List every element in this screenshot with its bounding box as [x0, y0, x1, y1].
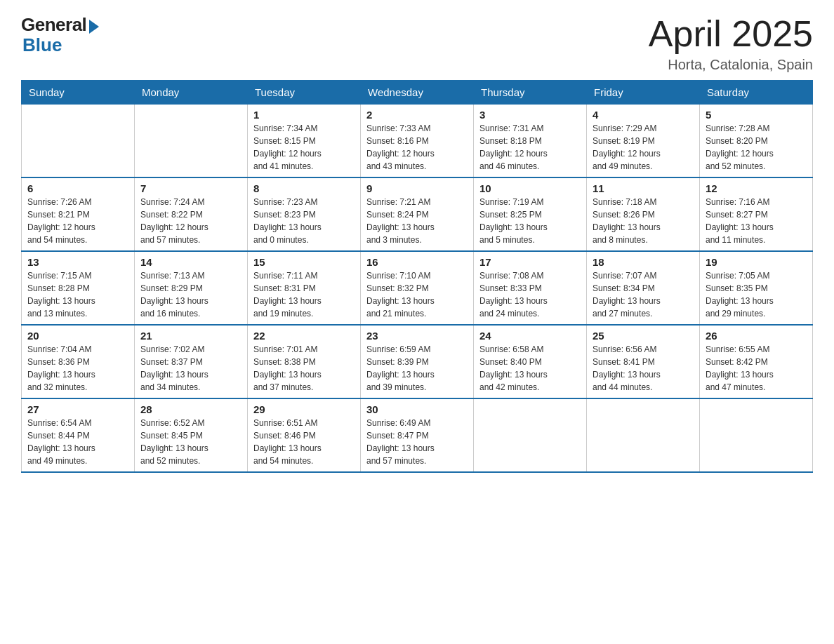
day-info: Sunrise: 7:21 AM Sunset: 8:24 PM Dayligh… — [366, 196, 468, 246]
day-cell — [587, 398, 700, 472]
day-number: 19 — [706, 256, 807, 268]
day-info: Sunrise: 7:02 AM Sunset: 8:37 PM Dayligh… — [140, 343, 241, 394]
day-info: Sunrise: 7:01 AM Sunset: 8:38 PM Dayligh… — [253, 343, 355, 394]
day-cell — [700, 398, 813, 472]
day-cell — [22, 105, 135, 178]
day-number: 20 — [27, 330, 128, 342]
day-number: 10 — [479, 182, 581, 194]
calendar-table: SundayMondayTuesdayWednesdayThursdayFrid… — [21, 80, 813, 473]
day-number: 28 — [140, 403, 241, 415]
day-info: Sunrise: 6:55 AM Sunset: 8:42 PM Dayligh… — [706, 343, 807, 394]
day-number: 21 — [140, 330, 241, 342]
header-day-thursday: Thursday — [474, 81, 587, 105]
day-number: 6 — [27, 182, 128, 194]
day-cell: 19Sunrise: 7:05 AM Sunset: 8:35 PM Dayli… — [700, 251, 813, 325]
logo-blue-text: Blue — [22, 34, 62, 56]
day-info: Sunrise: 7:23 AM Sunset: 8:23 PM Dayligh… — [253, 196, 355, 246]
logo: General Blue — [21, 14, 99, 56]
day-cell: 8Sunrise: 7:23 AM Sunset: 8:23 PM Daylig… — [248, 177, 361, 251]
day-number: 26 — [706, 330, 807, 342]
day-cell: 28Sunrise: 6:52 AM Sunset: 8:45 PM Dayli… — [135, 398, 248, 472]
day-info: Sunrise: 7:16 AM Sunset: 8:27 PM Dayligh… — [706, 196, 807, 246]
day-info: Sunrise: 7:15 AM Sunset: 8:28 PM Dayligh… — [27, 269, 128, 320]
day-number: 15 — [253, 256, 355, 268]
calendar-header: SundayMondayTuesdayWednesdayThursdayFrid… — [22, 81, 813, 105]
week-row-1: 1Sunrise: 7:34 AM Sunset: 8:15 PM Daylig… — [22, 105, 813, 178]
day-number: 9 — [366, 182, 468, 194]
day-info: Sunrise: 6:49 AM Sunset: 8:47 PM Dayligh… — [366, 417, 468, 467]
day-number: 30 — [366, 403, 468, 415]
day-number: 8 — [253, 182, 355, 194]
day-number: 23 — [366, 330, 468, 342]
day-cell: 26Sunrise: 6:55 AM Sunset: 8:42 PM Dayli… — [700, 325, 813, 398]
day-cell: 3Sunrise: 7:31 AM Sunset: 8:18 PM Daylig… — [474, 105, 587, 178]
location-text: Horta, Catalonia, Spain — [649, 57, 813, 73]
day-info: Sunrise: 7:26 AM Sunset: 8:21 PM Dayligh… — [27, 196, 128, 246]
day-cell: 11Sunrise: 7:18 AM Sunset: 8:26 PM Dayli… — [587, 177, 700, 251]
day-info: Sunrise: 6:56 AM Sunset: 8:41 PM Dayligh… — [593, 343, 694, 394]
day-number: 24 — [479, 330, 581, 342]
day-cell: 7Sunrise: 7:24 AM Sunset: 8:22 PM Daylig… — [135, 177, 248, 251]
day-cell: 4Sunrise: 7:29 AM Sunset: 8:19 PM Daylig… — [587, 105, 700, 178]
day-info: Sunrise: 6:52 AM Sunset: 8:45 PM Dayligh… — [140, 417, 241, 467]
day-info: Sunrise: 7:31 AM Sunset: 8:18 PM Dayligh… — [479, 122, 581, 173]
week-row-4: 20Sunrise: 7:04 AM Sunset: 8:36 PM Dayli… — [22, 325, 813, 398]
day-number: 13 — [27, 256, 128, 268]
header-day-saturday: Saturday — [700, 81, 813, 105]
day-number: 3 — [479, 109, 581, 121]
day-cell: 21Sunrise: 7:02 AM Sunset: 8:37 PM Dayli… — [135, 325, 248, 398]
logo-general-text: General — [21, 14, 86, 36]
day-cell: 10Sunrise: 7:19 AM Sunset: 8:25 PM Dayli… — [474, 177, 587, 251]
day-number: 29 — [253, 403, 355, 415]
logo-arrow-icon — [89, 20, 99, 34]
day-number: 11 — [593, 182, 694, 194]
day-cell: 20Sunrise: 7:04 AM Sunset: 8:36 PM Dayli… — [22, 325, 135, 398]
day-info: Sunrise: 7:13 AM Sunset: 8:29 PM Dayligh… — [140, 269, 241, 320]
day-info: Sunrise: 7:04 AM Sunset: 8:36 PM Dayligh… — [27, 343, 128, 394]
day-info: Sunrise: 6:51 AM Sunset: 8:46 PM Dayligh… — [253, 417, 355, 467]
day-info: Sunrise: 7:28 AM Sunset: 8:20 PM Dayligh… — [706, 122, 807, 173]
day-info: Sunrise: 7:18 AM Sunset: 8:26 PM Dayligh… — [593, 196, 694, 246]
day-number: 18 — [593, 256, 694, 268]
day-number: 27 — [27, 403, 128, 415]
day-info: Sunrise: 6:58 AM Sunset: 8:40 PM Dayligh… — [479, 343, 581, 394]
day-cell — [474, 398, 587, 472]
header-day-wednesday: Wednesday — [361, 81, 474, 105]
day-number: 1 — [253, 109, 355, 121]
title-block: April 2025 Horta, Catalonia, Spain — [649, 14, 813, 73]
day-info: Sunrise: 7:24 AM Sunset: 8:22 PM Dayligh… — [140, 196, 241, 246]
month-title: April 2025 — [649, 14, 813, 54]
day-info: Sunrise: 7:05 AM Sunset: 8:35 PM Dayligh… — [706, 269, 807, 320]
day-cell: 29Sunrise: 6:51 AM Sunset: 8:46 PM Dayli… — [248, 398, 361, 472]
day-info: Sunrise: 7:33 AM Sunset: 8:16 PM Dayligh… — [366, 122, 468, 173]
day-number: 17 — [479, 256, 581, 268]
day-cell: 30Sunrise: 6:49 AM Sunset: 8:47 PM Dayli… — [361, 398, 474, 472]
day-cell: 25Sunrise: 6:56 AM Sunset: 8:41 PM Dayli… — [587, 325, 700, 398]
day-cell: 24Sunrise: 6:58 AM Sunset: 8:40 PM Dayli… — [474, 325, 587, 398]
day-cell: 15Sunrise: 7:11 AM Sunset: 8:31 PM Dayli… — [248, 251, 361, 325]
day-cell: 12Sunrise: 7:16 AM Sunset: 8:27 PM Dayli… — [700, 177, 813, 251]
header-day-friday: Friday — [587, 81, 700, 105]
day-cell: 16Sunrise: 7:10 AM Sunset: 8:32 PM Dayli… — [361, 251, 474, 325]
day-info: Sunrise: 7:07 AM Sunset: 8:34 PM Dayligh… — [593, 269, 694, 320]
day-cell: 5Sunrise: 7:28 AM Sunset: 8:20 PM Daylig… — [700, 105, 813, 178]
day-number: 16 — [366, 256, 468, 268]
header-row: SundayMondayTuesdayWednesdayThursdayFrid… — [22, 81, 813, 105]
day-info: Sunrise: 7:10 AM Sunset: 8:32 PM Dayligh… — [366, 269, 468, 320]
day-number: 5 — [706, 109, 807, 121]
day-number: 12 — [706, 182, 807, 194]
calendar-body: 1Sunrise: 7:34 AM Sunset: 8:15 PM Daylig… — [22, 105, 813, 473]
day-info: Sunrise: 6:54 AM Sunset: 8:44 PM Dayligh… — [27, 417, 128, 467]
day-cell: 22Sunrise: 7:01 AM Sunset: 8:38 PM Dayli… — [248, 325, 361, 398]
day-info: Sunrise: 7:34 AM Sunset: 8:15 PM Dayligh… — [253, 122, 355, 173]
header-day-monday: Monday — [135, 81, 248, 105]
day-number: 4 — [593, 109, 694, 121]
day-cell: 1Sunrise: 7:34 AM Sunset: 8:15 PM Daylig… — [248, 105, 361, 178]
day-info: Sunrise: 6:59 AM Sunset: 8:39 PM Dayligh… — [366, 343, 468, 394]
day-cell: 27Sunrise: 6:54 AM Sunset: 8:44 PM Dayli… — [22, 398, 135, 472]
day-cell: 13Sunrise: 7:15 AM Sunset: 8:28 PM Dayli… — [22, 251, 135, 325]
day-cell: 17Sunrise: 7:08 AM Sunset: 8:33 PM Dayli… — [474, 251, 587, 325]
day-number: 14 — [140, 256, 241, 268]
day-cell: 14Sunrise: 7:13 AM Sunset: 8:29 PM Dayli… — [135, 251, 248, 325]
day-cell: 6Sunrise: 7:26 AM Sunset: 8:21 PM Daylig… — [22, 177, 135, 251]
